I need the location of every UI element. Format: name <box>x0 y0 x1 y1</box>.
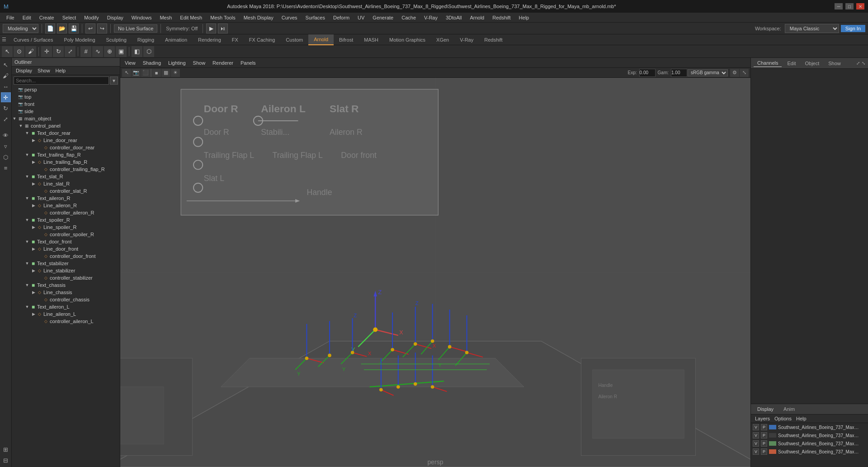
layer-playback[interactable]: P <box>761 432 767 438</box>
exposure-input[interactable] <box>639 69 656 77</box>
move-tool-btn[interactable]: ✛ <box>41 46 52 57</box>
open-scene-btn[interactable]: 📂 <box>57 24 67 33</box>
tab-redshift[interactable]: Redshift <box>479 34 508 45</box>
tab-v-ray[interactable]: V-Ray <box>454 34 479 45</box>
channel-box-expand-btn[interactable]: ⤢ <box>856 61 860 66</box>
tree-item[interactable]: ◇controller_aileron_R <box>12 209 120 216</box>
crease-btn[interactable]: ≡ <box>1 163 11 173</box>
layer-item[interactable]: V P Southwest_Airlines_Boeing_737_Max_8_… <box>751 448 868 456</box>
tab-custom[interactable]: Custom <box>280 34 308 45</box>
minimize-button[interactable]: ─ <box>835 3 843 10</box>
object-tab[interactable]: Object <box>801 60 823 67</box>
redo-btn[interactable]: ↪ <box>97 24 107 33</box>
vp-solid-btn[interactable]: ■ <box>152 69 161 77</box>
tab-poly-modeling[interactable]: Poly Modeling <box>58 34 100 45</box>
vp-texture-btn[interactable]: ▦ <box>161 69 170 77</box>
tree-item[interactable]: ▼◼Text_aileron_R <box>12 195 120 202</box>
menu-item-3dtoall[interactable]: 3DtoAll <box>442 14 465 21</box>
tree-item[interactable]: ▶◇Line_chassis <box>12 289 120 296</box>
menu-item-mesh[interactable]: Mesh <box>156 14 175 21</box>
menu-item-curves[interactable]: Curves <box>278 14 301 21</box>
channel-box-collapse-btn[interactable]: ⤡ <box>862 61 865 66</box>
undo-btn[interactable]: ↩ <box>85 24 95 33</box>
layer-btn[interactable]: ⊞ <box>1 444 11 454</box>
new-scene-btn[interactable]: 📄 <box>45 24 55 33</box>
tab-rigging[interactable]: Rigging <box>132 34 160 45</box>
tree-item[interactable]: ▶◇Line_stabilizer <box>12 267 120 274</box>
menu-item-file[interactable]: File <box>3 14 18 21</box>
menu-item-windows[interactable]: Windows <box>128 14 156 21</box>
layer-help-menu[interactable]: Help <box>794 415 809 422</box>
vp-view-menu[interactable]: View <box>122 59 138 67</box>
menu-item-select[interactable]: Select <box>59 14 80 21</box>
outliner-display-menu[interactable]: Display <box>14 67 34 74</box>
vp-renderer-menu[interactable]: Renderer <box>210 59 236 67</box>
tree-item[interactable]: ◇controller_door_front <box>12 253 120 260</box>
menu-item-deform[interactable]: Deform <box>330 14 353 21</box>
tree-item[interactable]: 📷front <box>12 100 120 108</box>
select-mode-btn[interactable]: ↖ <box>1 60 11 70</box>
options-menu[interactable]: Options <box>772 415 794 422</box>
tree-item[interactable]: ▼◼Text_chassis <box>12 281 120 289</box>
vp-lighting-menu[interactable]: Lighting <box>165 59 189 67</box>
tree-item[interactable]: ▼▦main_object <box>12 115 120 122</box>
display-layer-tab[interactable]: Display <box>754 405 777 413</box>
scale-tool-btn[interactable]: ⤢ <box>65 46 75 57</box>
tree-item[interactable]: ▼◼Text_slat_R <box>12 173 120 180</box>
tree-item[interactable]: ▶◇Line_spoiler_R <box>12 224 120 231</box>
move-btn[interactable]: ✛ <box>1 92 11 102</box>
no-live-surface-btn[interactable]: No Live Surface <box>114 24 157 33</box>
tree-item[interactable]: ◇controller_door_rear <box>12 144 120 151</box>
vp-select-btn[interactable]: ↖ <box>122 69 131 77</box>
layer-visibility[interactable]: V <box>753 440 759 447</box>
restore-button[interactable]: □ <box>845 3 854 10</box>
show-tab[interactable]: Show <box>825 60 844 67</box>
tree-item[interactable]: ▼▦control_panel <box>12 122 120 129</box>
soft-select-btn[interactable]: ⬡ <box>143 46 154 57</box>
tree-item[interactable]: ◇controller_chassis <box>12 296 120 303</box>
mode-dropdown[interactable]: Modeling <box>3 24 38 33</box>
anim-layer-tab[interactable]: Anim <box>780 405 798 413</box>
outliner-show-menu[interactable]: Show <box>35 67 52 74</box>
layer-item[interactable]: V P Southwest_Airlines_Boeing_737_Max_8_… <box>751 439 868 448</box>
layer-visibility[interactable]: V <box>753 448 759 455</box>
symmetry-btn[interactable]: ◧ <box>132 46 142 57</box>
layer-visibility[interactable]: V <box>753 424 759 430</box>
tab-arnold[interactable]: Arnold <box>308 34 334 45</box>
menu-item-arnold[interactable]: Arnold <box>466 14 488 21</box>
snap-point-btn[interactable]: ⊕ <box>104 46 115 57</box>
scale-btn[interactable]: ⤢ <box>1 114 11 124</box>
vp-show-menu[interactable]: Show <box>190 59 208 67</box>
tree-item[interactable]: ▶◇Line_trailing_flap_R <box>12 158 120 166</box>
vp-light-btn[interactable]: ☀ <box>171 69 180 77</box>
rotate-btn[interactable]: ↻ <box>1 103 11 113</box>
tree-item[interactable]: ▶◇Line_slat_R <box>12 180 120 187</box>
menu-item-create[interactable]: Create <box>36 14 58 21</box>
viewport-canvas[interactable]: Door R Aileron L Slat R Door R Stabili..… <box>120 78 750 467</box>
menu-item-help[interactable]: Help <box>515 14 533 21</box>
save-scene-btn[interactable]: 💾 <box>69 24 79 33</box>
tree-item[interactable]: ◇controller_spoiler_R <box>12 231 120 238</box>
snap-curve-btn[interactable]: ∿ <box>92 46 103 57</box>
channels-tab[interactable]: Channels <box>754 59 782 67</box>
tree-item[interactable]: ◇controller_stabilizer <box>12 274 120 281</box>
search-input[interactable] <box>14 76 109 85</box>
tab-fx-caching[interactable]: FX Caching <box>244 34 280 45</box>
menu-item-edit-mesh[interactable]: Edit Mesh <box>176 14 206 21</box>
layer-playback[interactable]: P <box>761 424 767 430</box>
tab-curves---surfaces[interactable]: Curves / Surfaces <box>8 34 58 45</box>
tree-item[interactable]: ▶◇Line_door_rear <box>12 137 120 144</box>
snap-surface-btn[interactable]: ▣ <box>116 46 127 57</box>
tab-bifrost[interactable]: Bifrost <box>334 34 359 45</box>
tab-animation[interactable]: Animation <box>160 34 193 45</box>
tree-item[interactable]: ◇controller_aileron_L <box>12 318 120 325</box>
tree-item[interactable]: 📷persp <box>12 86 120 93</box>
tree-item[interactable]: ▼◼Text_spoiler_R <box>12 216 120 224</box>
outliner-help-menu[interactable]: Help <box>53 67 68 74</box>
tree-item[interactable]: ▼◼Text_door_front <box>12 238 120 245</box>
select-tool-btn[interactable]: ↖ <box>2 46 13 57</box>
tab-motion-graphics[interactable]: Motion Graphics <box>384 34 431 45</box>
snap-grid-btn[interactable]: # <box>80 46 91 57</box>
gamma-select[interactable]: sRGB gamma <box>688 69 728 76</box>
tree-item[interactable]: ▼◼Text_aileron_L <box>12 303 120 310</box>
